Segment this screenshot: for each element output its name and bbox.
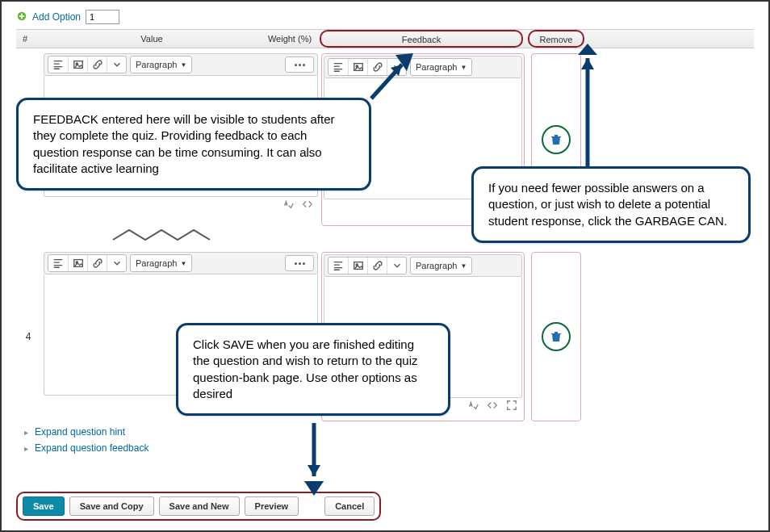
preview-button[interactable]: Preview — [245, 496, 299, 516]
col-value: Value — [44, 34, 260, 44]
value-editor-toolbar: Paragraph▼ — [44, 252, 318, 274]
trash-icon — [550, 330, 563, 343]
code-icon[interactable] — [302, 199, 313, 212]
delete-option-button[interactable] — [542, 322, 571, 351]
save-and-copy-button[interactable]: Save and Copy — [69, 496, 154, 516]
image-icon[interactable] — [68, 255, 87, 271]
link-icon[interactable] — [87, 57, 107, 73]
svg-marker-16 — [308, 465, 320, 476]
paragraph-label: Paragraph — [136, 258, 177, 268]
expand-question-hint[interactable]: ▸ Expand question hint — [24, 426, 754, 438]
svg-marker-14 — [578, 44, 597, 55]
arrow-icon — [294, 418, 334, 501]
indent-icon[interactable] — [329, 258, 348, 274]
expand-feedback-label: Expand question feedback — [35, 442, 149, 454]
callout-feedback: FEEDBACK entered here will be visible to… — [16, 98, 371, 191]
indent-icon[interactable] — [329, 59, 348, 75]
save-and-new-button[interactable]: Save and New — [159, 496, 240, 516]
plus-icon — [16, 10, 27, 24]
code-icon[interactable] — [487, 400, 498, 413]
col-number: # — [16, 34, 44, 44]
more-icon[interactable] — [285, 57, 314, 73]
image-icon[interactable] — [348, 258, 367, 274]
svg-marker-18 — [304, 481, 324, 496]
callout-garbage: If you need fewer possible answers on a … — [471, 166, 751, 243]
chevron-right-icon: ▸ — [24, 428, 28, 437]
expand-question-feedback[interactable]: ▸ Expand question feedback — [24, 442, 754, 454]
link-icon[interactable] — [87, 255, 107, 271]
svg-marker-13 — [581, 58, 594, 69]
link-icon[interactable] — [367, 258, 387, 274]
spellcheck-icon[interactable] — [467, 400, 479, 413]
save-button[interactable]: Save — [23, 496, 65, 516]
spellcheck-icon[interactable] — [282, 199, 294, 212]
paragraph-label: Paragraph — [416, 62, 457, 72]
feedback-editor-toolbar: Paragraph▼ — [324, 56, 522, 78]
more-icon[interactable] — [285, 255, 314, 271]
feedback-editor-toolbar: Paragraph▼ — [324, 254, 522, 277]
paragraph-select[interactable]: Paragraph▼ — [130, 56, 192, 73]
add-option-link[interactable]: Add Option — [32, 11, 81, 23]
add-option-count-input[interactable] — [86, 10, 119, 24]
expand-hint-label: Expand question hint — [35, 426, 125, 438]
dropdown-icon[interactable] — [387, 258, 406, 274]
arrow-icon — [363, 48, 420, 107]
paragraph-select[interactable]: Paragraph▼ — [410, 257, 472, 274]
paragraph-label: Paragraph — [416, 261, 457, 270]
dropdown-icon[interactable] — [107, 255, 126, 271]
callout-save: Click SAVE when you are finished editing… — [176, 323, 450, 416]
col-feedback-highlight: Feedback — [320, 30, 523, 48]
trash-icon — [550, 133, 563, 146]
arrow-icon — [563, 39, 612, 178]
dropdown-icon[interactable] — [107, 57, 126, 73]
indent-icon[interactable] — [48, 57, 68, 73]
fullscreen-icon[interactable] — [506, 400, 517, 413]
paragraph-select[interactable]: Paragraph▼ — [130, 254, 192, 272]
image-icon[interactable] — [68, 57, 87, 73]
row-separator-icon — [48, 228, 291, 247]
paragraph-label: Paragraph — [136, 60, 177, 69]
add-option-row: Add Option — [16, 10, 754, 24]
chevron-right-icon: ▸ — [24, 444, 28, 453]
indent-icon[interactable] — [48, 255, 68, 271]
col-weight: Weight (%) — [260, 34, 320, 44]
row-number: 4 — [16, 252, 40, 421]
options-table-header: # Value Weight (%) Feedback Remove — [16, 29, 754, 48]
value-editor-toolbar: Paragraph▼ — [44, 53, 318, 76]
